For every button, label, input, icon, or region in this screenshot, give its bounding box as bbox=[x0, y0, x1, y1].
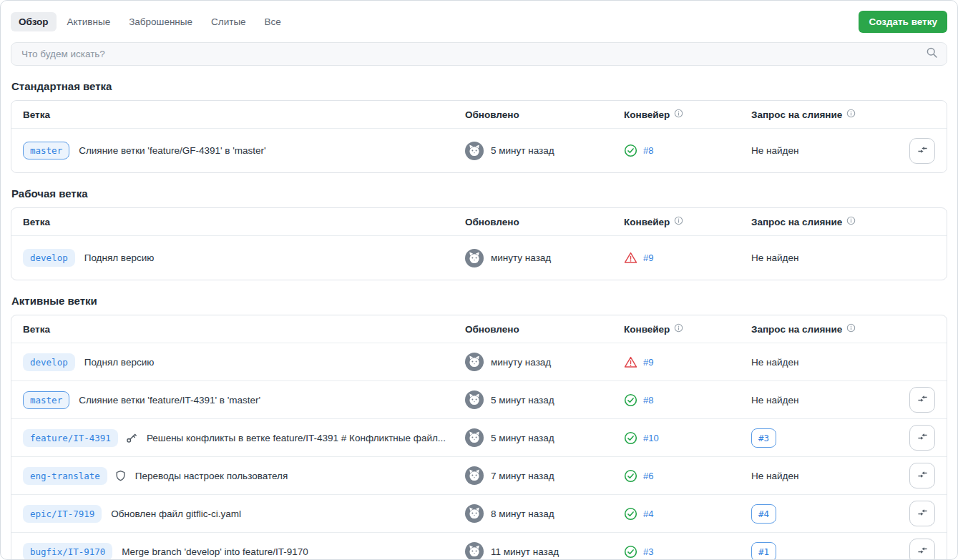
avatar[interactable] bbox=[465, 142, 484, 160]
pipeline-success-icon bbox=[624, 507, 637, 521]
section-title-working-branch: Рабочая ветка bbox=[11, 187, 947, 200]
column-header-branch: Ветка bbox=[23, 109, 465, 120]
branch-badge[interactable]: develop bbox=[23, 353, 75, 371]
column-header-merge-request: Запрос на слияние bbox=[751, 323, 902, 335]
tab-merged[interactable]: Слитые bbox=[203, 12, 254, 31]
column-header-updated: Обновлено bbox=[465, 109, 624, 120]
updated-time: 8 минут назад bbox=[491, 509, 554, 519]
branch-badge[interactable]: feature/IT-4391 bbox=[23, 429, 118, 447]
branch-badge[interactable]: develop bbox=[23, 249, 75, 267]
branch-badge[interactable]: master bbox=[23, 391, 69, 409]
avatar[interactable] bbox=[465, 542, 484, 560]
branch-badge[interactable]: epic/IT-7919 bbox=[23, 505, 102, 523]
create-merge-request-button[interactable] bbox=[909, 138, 935, 164]
table-row: master Слияние ветки 'feature/GF-4391' в… bbox=[11, 128, 947, 172]
column-header-merge-request: Запрос на слияние bbox=[751, 216, 902, 227]
tab-active[interactable]: Активные bbox=[59, 12, 119, 31]
create-merge-request-button[interactable] bbox=[909, 501, 935, 526]
column-header-updated: Обновлено bbox=[465, 324, 624, 335]
merge-arrows-icon bbox=[917, 545, 928, 558]
pipeline-success-icon bbox=[624, 431, 637, 445]
tab-abandoned[interactable]: Заброшенные bbox=[121, 12, 200, 31]
merge-arrows-icon bbox=[917, 469, 928, 482]
commit-message: Слияние ветки 'feature/IT-4391' в 'maste… bbox=[79, 395, 260, 406]
section-title-active-branches: Активные ветки bbox=[11, 295, 947, 307]
info-icon[interactable] bbox=[674, 323, 683, 335]
info-icon[interactable] bbox=[846, 109, 856, 120]
table-row: develop Поднял версию минуту назад #9 Не… bbox=[11, 343, 947, 380]
merge-request-badge[interactable]: #1 bbox=[751, 542, 776, 560]
create-merge-request-button[interactable] bbox=[909, 463, 935, 488]
info-icon[interactable] bbox=[846, 323, 856, 335]
active-branches-table: Ветка Обновлено Конвейер Запрос на слиян… bbox=[11, 315, 947, 560]
merge-request-badge[interactable]: #3 bbox=[751, 428, 776, 448]
column-header-branch: Ветка bbox=[23, 324, 465, 335]
updated-time: 5 минут назад bbox=[491, 395, 554, 406]
table-row: bugfix/IT-9170 Merge branch 'develop' in… bbox=[11, 532, 947, 560]
create-merge-request-button[interactable] bbox=[909, 539, 935, 560]
commit-message: Переводы настроек пользователя bbox=[135, 471, 288, 481]
merge-arrows-icon bbox=[917, 393, 928, 406]
avatar[interactable] bbox=[465, 353, 484, 371]
updated-time: 5 минут назад bbox=[491, 145, 554, 156]
pipeline-link[interactable]: #10 bbox=[643, 433, 659, 443]
create-merge-request-button[interactable] bbox=[909, 387, 935, 413]
create-branch-button[interactable]: Создать ветку bbox=[859, 11, 947, 33]
avatar[interactable] bbox=[465, 428, 484, 447]
section-title-default-branch: Стандартная ветка bbox=[11, 80, 947, 92]
pipeline-link[interactable]: #6 bbox=[643, 471, 653, 481]
merge-arrows-icon bbox=[917, 144, 928, 157]
table-row: master Слияние ветки 'feature/IT-4391' в… bbox=[11, 380, 947, 418]
merge-request-status: Не найден bbox=[751, 252, 902, 263]
tab-overview[interactable]: Обзор bbox=[11, 12, 57, 31]
merge-arrows-icon bbox=[917, 431, 928, 444]
pipeline-link[interactable]: #4 bbox=[643, 509, 653, 519]
table-header: Ветка Обновлено Конвейер Запрос на слиян… bbox=[11, 208, 947, 235]
search-input[interactable] bbox=[20, 48, 926, 60]
avatar[interactable] bbox=[465, 466, 484, 485]
pipeline-link[interactable]: #8 bbox=[643, 145, 653, 156]
merge-request-status: Не найден bbox=[751, 357, 902, 368]
table-header: Ветка Обновлено Конвейер Запрос на слиян… bbox=[11, 101, 947, 128]
pipeline-success-icon bbox=[624, 545, 637, 559]
create-merge-request-button[interactable] bbox=[909, 425, 935, 451]
top-bar: Обзор Активные Заброшенные Слитые Все Со… bbox=[11, 11, 947, 33]
commit-message: Поднял версию bbox=[84, 357, 155, 368]
pipeline-link[interactable]: #9 bbox=[643, 357, 653, 368]
branch-badge[interactable]: master bbox=[23, 142, 69, 159]
avatar[interactable] bbox=[465, 504, 484, 523]
column-header-pipeline: Конвейер bbox=[624, 216, 751, 227]
info-icon[interactable] bbox=[674, 109, 683, 120]
updated-time: минуту назад bbox=[491, 357, 551, 368]
pipeline-failed-icon bbox=[624, 251, 637, 265]
info-icon[interactable] bbox=[674, 216, 683, 227]
search-bar bbox=[11, 42, 947, 66]
pipeline-link[interactable]: #3 bbox=[643, 546, 653, 557]
pipeline-link[interactable]: #9 bbox=[643, 252, 653, 263]
merge-request-status: Не найден bbox=[751, 395, 902, 406]
merge-request-badge[interactable]: #4 bbox=[751, 504, 776, 524]
table-row: develop Поднял версию минуту назад #9 Не… bbox=[11, 235, 947, 280]
updated-time: 5 минут назад bbox=[491, 433, 554, 443]
pipeline-success-icon bbox=[624, 469, 637, 483]
merge-request-status: Не найден bbox=[751, 145, 902, 156]
updated-time: 7 минут назад bbox=[491, 471, 554, 481]
working-branch-table: Ветка Обновлено Конвейер Запрос на слиян… bbox=[11, 207, 947, 280]
table-row: eng-translate Переводы настроек пользова… bbox=[11, 456, 947, 494]
tab-all[interactable]: Все bbox=[257, 12, 289, 31]
branch-badge[interactable]: eng-translate bbox=[23, 467, 107, 485]
column-header-updated: Обновлено bbox=[465, 217, 624, 227]
avatar[interactable] bbox=[465, 249, 484, 267]
commit-message: Решены конфликты в ветке feature/IT-4391… bbox=[147, 433, 446, 443]
branches-page: Обзор Активные Заброшенные Слитые Все Со… bbox=[0, 0, 958, 560]
table-header: Ветка Обновлено Конвейер Запрос на слиян… bbox=[11, 315, 947, 343]
default-branch-table: Ветка Обновлено Конвейер Запрос на слиян… bbox=[11, 100, 947, 173]
avatar[interactable] bbox=[465, 390, 484, 409]
commit-message: Обновлен файл gitflic-ci.yaml bbox=[111, 509, 241, 519]
branch-filter-tabs: Обзор Активные Заброшенные Слитые Все bbox=[11, 12, 289, 31]
info-icon[interactable] bbox=[846, 216, 856, 227]
column-header-branch: Ветка bbox=[23, 217, 465, 227]
pipeline-link[interactable]: #8 bbox=[643, 395, 653, 406]
branch-badge[interactable]: bugfix/IT-9170 bbox=[23, 543, 112, 560]
search-icon[interactable] bbox=[926, 46, 938, 62]
